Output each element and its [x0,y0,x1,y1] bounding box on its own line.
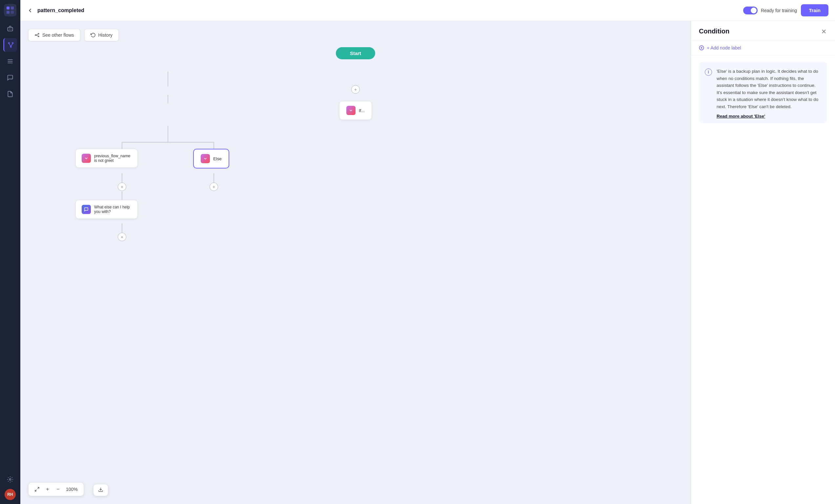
fullscreen-button[interactable] [33,485,42,494]
flow-canvas: See other flows History [20,21,691,504]
page-title: pattern_completed [37,7,739,14]
panel-title: Condition [699,27,729,35]
start-node[interactable]: Start [336,47,375,59]
canvas-area: See other flows History [20,21,835,504]
add-button-1[interactable]: + [351,85,360,94]
if-node[interactable]: If... [339,101,372,120]
message-node-icon [82,205,91,214]
avatar[interactable]: RH [5,489,16,500]
svg-line-10 [9,44,11,46]
svg-rect-3 [11,11,14,14]
flow-connectors [20,21,315,316]
add-node-label-row[interactable]: + Add node label [691,41,835,56]
svg-line-11 [11,44,13,46]
ready-toggle-wrapper: Ready for training [743,6,797,15]
condition-left-icon [82,154,91,163]
svg-rect-2 [6,11,9,14]
info-box: i 'Else' is a backup plan in logic. It d… [699,62,827,123]
else-node-icon [201,154,210,163]
zoom-controls: + − 100% [28,482,84,496]
ready-toggle[interactable] [743,6,758,15]
svg-point-6 [11,28,12,29]
add-button-right[interactable]: + [209,183,218,191]
svg-rect-1 [11,6,14,9]
svg-point-7 [8,43,9,44]
svg-point-8 [12,43,13,44]
svg-line-33 [35,489,37,491]
sidebar-item-flow[interactable] [3,38,17,52]
svg-rect-4 [8,27,13,31]
info-text: 'Else' is a backup plan in logic. It dec… [717,68,821,110]
train-button[interactable]: Train [801,4,829,16]
add-button-left[interactable]: + [118,183,126,191]
ready-label: Ready for training [761,8,797,13]
svg-point-9 [10,46,11,47]
panel-header: Condition [691,21,835,41]
back-button[interactable] [27,7,34,14]
read-more-link[interactable]: Read more about 'Else' [717,114,821,119]
if-node-icon [346,106,355,115]
svg-point-5 [9,28,10,29]
else-node[interactable]: Else [193,149,229,168]
header: pattern_completed Ready for training Tra… [20,0,835,21]
condition-left-node[interactable]: previous_flow_name is not greet [76,149,138,168]
sidebar-item-doc[interactable] [3,87,17,101]
zoom-out-button[interactable]: − [54,485,63,494]
svg-line-32 [37,487,39,489]
sidebar-item-bot[interactable] [3,22,17,35]
download-button[interactable] [93,484,108,496]
message-node[interactable]: What else can I help you with? [76,200,138,219]
zoom-in-button[interactable]: + [43,485,52,494]
condition-panel: Condition + Add node label i [691,21,835,504]
sidebar-item-chat[interactable] [3,71,17,85]
flow-diagram: Start + If... [20,21,691,504]
sidebar-logo [4,4,16,16]
svg-point-15 [9,479,11,480]
sidebar: RH [0,0,20,504]
add-button-bottom-left[interactable]: + [118,233,126,241]
close-panel-button[interactable] [820,28,827,35]
main-wrapper: pattern_completed Ready for training Tra… [20,0,835,504]
sidebar-item-list[interactable] [3,55,17,68]
add-label-icon [699,45,704,50]
zoom-level: 100% [64,487,80,492]
toggle-knob [751,7,757,14]
sidebar-item-settings[interactable] [3,472,17,486]
info-icon: i [705,68,712,76]
svg-rect-0 [6,6,9,9]
